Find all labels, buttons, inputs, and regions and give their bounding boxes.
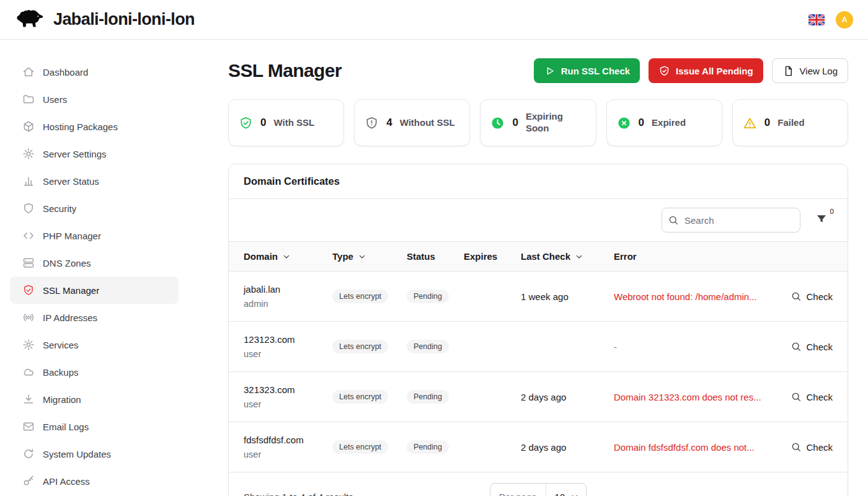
status-badge: Pending bbox=[407, 290, 449, 303]
domain-cell: fdsfsdfdsf.com user bbox=[244, 435, 332, 459]
sidebar-nav: Dashboard Users Hosting Packages Server … bbox=[0, 40, 198, 496]
page-title: SSL Manager bbox=[228, 60, 342, 81]
domain-certificates-card: Domain Certificates 0 DomainTypeStatusEx… bbox=[228, 164, 848, 496]
search-icon bbox=[790, 441, 802, 453]
sidebar-item-backups[interactable]: Backups bbox=[10, 358, 179, 386]
search-input[interactable] bbox=[662, 208, 800, 232]
file-icon bbox=[782, 65, 794, 77]
domain-user: user bbox=[244, 349, 332, 359]
sidebar-item-users[interactable]: Users bbox=[10, 86, 179, 113]
run-ssl-check-button[interactable]: Run SSL Check bbox=[534, 58, 640, 83]
shield-alert-icon bbox=[365, 116, 379, 130]
sidebar-item-label: Services bbox=[43, 340, 79, 350]
stat-label: Expiring Soon bbox=[526, 111, 586, 135]
error-cell: Webroot not found: /home/admin... bbox=[614, 291, 773, 302]
last-check-cell: 1 week ago bbox=[521, 291, 614, 302]
domain-name: 123123.com bbox=[244, 334, 332, 345]
sidebar-item-label: IP Addresses bbox=[43, 312, 97, 323]
sidebar-item-php-manager[interactable]: PHP Manager bbox=[10, 222, 179, 249]
search-icon bbox=[790, 391, 802, 402]
domain-cell: 123123.com user bbox=[244, 334, 332, 359]
key-icon bbox=[22, 475, 35, 487]
check-label: Check bbox=[806, 392, 833, 402]
sidebar-item-ssl-manager[interactable]: SSL Manager bbox=[10, 277, 179, 304]
domain-user: user bbox=[244, 399, 332, 409]
issue-all-pending-button[interactable]: Issue All Pending bbox=[649, 58, 763, 83]
status-badge: Pending bbox=[407, 390, 449, 404]
sidebar-item-hosting-packages[interactable]: Hosting Packages bbox=[10, 113, 179, 140]
shield-check-icon bbox=[22, 284, 35, 296]
per-page-value: 10 bbox=[546, 492, 570, 496]
check-button[interactable]: Check bbox=[790, 341, 833, 352]
stat-card-with-ssl: 0 With SSL bbox=[228, 99, 344, 146]
app-title: Jabali-loni-loni-lon bbox=[53, 10, 195, 29]
main-content: SSL Manager Run SSL Check Issue All Pend… bbox=[198, 40, 868, 496]
broadcast-icon bbox=[22, 311, 35, 324]
stat-card-expiring-soon: 0 Expiring Soon bbox=[480, 99, 596, 146]
bar-chart-icon bbox=[22, 175, 35, 187]
column-header-type[interactable]: Type bbox=[332, 251, 407, 262]
check-label: Check bbox=[806, 342, 833, 352]
table-footer: Showing 1 to 4 of 4 results Per page 10 bbox=[229, 472, 848, 496]
top-bar: Jabali-loni-loni-lon A bbox=[0, 0, 868, 40]
filter-button[interactable]: 0 bbox=[815, 213, 828, 228]
table-header-row: DomainTypeStatusExpiresLast CheckError bbox=[229, 241, 848, 272]
column-header-status: Status bbox=[407, 251, 464, 262]
stat-value: 0 bbox=[639, 117, 644, 129]
sidebar-item-dashboard[interactable]: Dashboard bbox=[10, 58, 179, 86]
last-check-cell: 2 days ago bbox=[521, 392, 614, 402]
column-header-last-check[interactable]: Last Check bbox=[521, 251, 614, 262]
column-header-domain[interactable]: Domain bbox=[244, 251, 332, 262]
mail-icon bbox=[22, 420, 35, 433]
table-row-321323-com: 321323.com user Lets encrypt Pending 2 d… bbox=[229, 372, 848, 422]
brand: Jabali-loni-loni-lon bbox=[15, 8, 195, 32]
last-check-cell: 2 days ago bbox=[521, 442, 614, 453]
gear-icon bbox=[22, 148, 35, 160]
results-summary: Showing 1 to 4 of 4 results bbox=[244, 492, 490, 496]
table-body: jabali.lan admin Lets encrypt Pending 1 … bbox=[229, 272, 848, 472]
sidebar-item-security[interactable]: Security bbox=[10, 195, 179, 222]
check-button[interactable]: Check bbox=[790, 291, 833, 302]
sidebar-item-services[interactable]: Services bbox=[10, 331, 179, 358]
sidebar-item-server-status[interactable]: Server Status bbox=[10, 167, 179, 195]
chevron-down-icon bbox=[574, 252, 584, 262]
sidebar-item-label: Migration bbox=[43, 394, 81, 405]
sidebar-item-server-settings[interactable]: Server Settings bbox=[10, 140, 179, 167]
x-circle-filled-icon bbox=[617, 116, 631, 130]
issue-all-pending-label: Issue All Pending bbox=[676, 66, 753, 76]
table-row-fdsfsdfdsf-com: fdsfsdfdsf.com user Lets encrypt Pending… bbox=[229, 422, 848, 472]
status-badge: Pending bbox=[407, 440, 449, 454]
warning-triangle-icon bbox=[743, 116, 757, 130]
run-ssl-check-label: Run SSL Check bbox=[561, 66, 630, 76]
top-right-controls: A bbox=[808, 11, 853, 29]
domain-cell: 321323.com user bbox=[244, 384, 332, 409]
sidebar-item-email-logs[interactable]: Email Logs bbox=[10, 413, 179, 440]
sidebar-item-migration[interactable]: Migration bbox=[10, 386, 179, 413]
stat-card-failed: 0 Failed bbox=[732, 99, 848, 146]
sidebar-item-ip-addresses[interactable]: IP Addresses bbox=[10, 304, 179, 331]
per-page-label: Per page bbox=[490, 492, 546, 496]
boar-logo-icon bbox=[15, 8, 47, 32]
column-label: Type bbox=[332, 251, 353, 262]
sidebar-item-dns-zones[interactable]: DNS Zones bbox=[10, 249, 179, 277]
stat-value: 0 bbox=[260, 117, 266, 129]
user-avatar[interactable]: A bbox=[836, 11, 853, 29]
sidebar-item-label: Server Settings bbox=[43, 149, 107, 159]
status-badge: Pending bbox=[407, 340, 449, 353]
stat-card-without-ssl: 4 Without SSL bbox=[354, 99, 470, 146]
sidebar-item-system-updates[interactable]: System Updates bbox=[10, 440, 179, 467]
sidebar-item-label: Email Logs bbox=[43, 422, 89, 432]
stat-label: Failed bbox=[777, 117, 804, 129]
column-label: Error bbox=[614, 251, 637, 262]
language-flag-icon[interactable] bbox=[808, 14, 825, 25]
sidebar-item-api-access[interactable]: API Access bbox=[10, 467, 179, 495]
check-button[interactable]: Check bbox=[790, 441, 833, 453]
type-badge: Lets encrypt bbox=[332, 440, 388, 454]
stat-label: Without SSL bbox=[400, 117, 455, 129]
check-button[interactable]: Check bbox=[790, 391, 833, 402]
view-log-button[interactable]: View Log bbox=[772, 58, 848, 83]
per-page-select[interactable]: Per page 10 bbox=[490, 483, 587, 496]
filter-count-badge: 0 bbox=[830, 208, 834, 215]
error-cell: Domain fdsfsdfdsf.com does not... bbox=[614, 442, 773, 453]
code-icon bbox=[22, 229, 35, 242]
